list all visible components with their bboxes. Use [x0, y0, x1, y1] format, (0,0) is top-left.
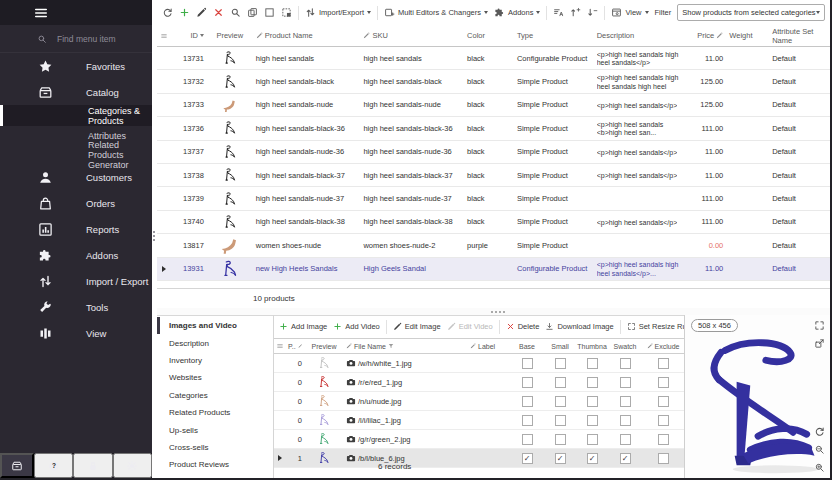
help-button[interactable] [34, 453, 73, 478]
sidebar-search[interactable]: Find menu item [0, 25, 152, 53]
sidebar-subitem-related-products-generator[interactable]: Related Products Generator [0, 145, 152, 164]
column-header-swatch[interactable]: Swatch [608, 343, 642, 350]
sidebar-item-favorites[interactable]: Favorites [0, 53, 152, 79]
copy-button[interactable] [247, 7, 258, 18]
swatch-checkbox[interactable] [620, 415, 631, 426]
column-header-type[interactable]: Type [514, 31, 594, 40]
fit-image-button[interactable] [814, 320, 825, 331]
swatch-checkbox[interactable] [620, 396, 631, 407]
excl-checkbox[interactable] [658, 434, 669, 445]
tab-categories[interactable]: Categories [157, 387, 273, 404]
column-header-id[interactable]: ID [171, 31, 207, 40]
column-header-thumbna[interactable]: Thumbna [576, 343, 608, 350]
product-row[interactable]: 13740high heel sandals-black-38high heel… [157, 211, 830, 234]
edit-image-button[interactable]: Edit Image [393, 322, 441, 331]
sidebar-item-tools[interactable]: Tools [0, 294, 152, 320]
excl-checkbox[interactable] [658, 377, 669, 388]
product-row[interactable]: 13737high heel sandals-nude-36high heel … [157, 141, 830, 164]
thumb-checkbox[interactable] [587, 396, 598, 407]
product-row[interactable]: 13931new High Heels SandalsHigh Geels Sa… [157, 258, 830, 281]
column-header-file-name[interactable]: File Name [344, 343, 468, 350]
sidebar-subitem-categories-products[interactable]: Categories & Products [0, 105, 152, 126]
sort-settings-button[interactable] [553, 7, 564, 18]
column-header-preview[interactable]: Preview [304, 343, 344, 350]
expand-rows-button[interactable] [570, 7, 581, 18]
tab-websites[interactable]: Websites [157, 369, 273, 386]
sidebar-item-view[interactable]: View [0, 320, 152, 346]
column-header-description[interactable]: Description [594, 31, 689, 40]
paste-special-button[interactable] [281, 7, 292, 18]
column-header-small[interactable]: Small [544, 343, 576, 350]
zoom-out-button[interactable] [814, 444, 825, 455]
thumb-checkbox[interactable] [587, 377, 598, 388]
column-header-sku[interactable]: SKU [360, 31, 464, 40]
addons-button[interactable]: Addons [494, 7, 540, 18]
settings-button[interactable] [113, 453, 152, 478]
base-checkbox[interactable] [522, 377, 533, 388]
hamburger-menu-button[interactable] [34, 6, 48, 20]
column-header-color[interactable]: Color [464, 31, 514, 40]
small-checkbox[interactable] [555, 377, 566, 388]
small-checkbox[interactable] [555, 415, 566, 426]
column-header-price[interactable]: Price [688, 31, 726, 40]
base-checkbox[interactable] [522, 434, 533, 445]
edit-product-button[interactable] [196, 7, 207, 18]
small-checkbox[interactable] [555, 396, 566, 407]
tab-cross-sells[interactable]: Cross-sells [157, 439, 273, 456]
tab-up-sells[interactable]: Up-sells [157, 421, 273, 438]
column-header-p[interactable]: P.. [286, 343, 304, 350]
lock-button[interactable] [73, 453, 112, 478]
swatch-checkbox[interactable] [620, 377, 631, 388]
excl-checkbox[interactable] [658, 415, 669, 426]
product-row[interactable]: 13732high heel sandals-blackhigh heel sa… [157, 70, 830, 93]
small-checkbox[interactable] [555, 358, 566, 369]
download-image-button[interactable]: Download Image [545, 322, 613, 331]
view-button[interactable]: View [611, 7, 648, 18]
tab-description[interactable]: Description [157, 334, 273, 351]
import-export-button[interactable]: Import/Export [305, 7, 371, 18]
edit-video-button[interactable]: Edit Video [447, 322, 493, 331]
base-checkbox[interactable] [522, 396, 533, 407]
column-header-attribute-set-name[interactable]: Attribute Set Name [762, 27, 830, 45]
collapse-rows-button[interactable] [587, 7, 598, 18]
filter-select[interactable]: Show products from selected categories [677, 4, 824, 21]
base-checkbox[interactable] [522, 358, 533, 369]
add-image-button[interactable]: Add Image [279, 322, 327, 331]
tab-images-and-video[interactable]: Images and Video [157, 317, 273, 334]
base-checkbox[interactable] [522, 415, 533, 426]
sidebar-item-addons[interactable]: Addons [0, 242, 152, 268]
column-header-product-name[interactable]: Product Name [253, 31, 361, 40]
add-product-button[interactable] [179, 7, 190, 18]
sidebar-item-reports[interactable]: Reports [0, 216, 152, 242]
image-row[interactable]: 0/w/h/white_1.jpg [274, 354, 684, 373]
product-row[interactable]: 13736high heel sandals-black-36high heel… [157, 117, 830, 140]
thumb-checkbox[interactable] [587, 415, 598, 426]
small-checkbox[interactable] [555, 434, 566, 445]
column-header-label[interactable]: Label [468, 343, 510, 350]
catalog-mode-button[interactable] [0, 453, 34, 478]
swatch-checkbox[interactable] [620, 358, 631, 369]
search-products-button[interactable] [230, 7, 241, 18]
product-row[interactable]: 13733high heel sandals-nudehigh heel san… [157, 94, 830, 117]
column-header-preview[interactable]: Preview [207, 31, 253, 40]
thumb-checkbox[interactable] [587, 358, 598, 369]
tab-related-products[interactable]: Related Products [157, 404, 273, 421]
product-row[interactable]: 13817women shoes-nudewomen shoes-nude-2p… [157, 234, 830, 257]
add-video-button[interactable]: Add Video [333, 322, 379, 331]
paste-button[interactable] [264, 7, 275, 18]
rotate-image-button[interactable] [814, 426, 825, 437]
product-row[interactable]: 13738high heel sandals-black-37high heel… [157, 164, 830, 187]
refresh-button[interactable] [162, 7, 173, 18]
column-header-base[interactable]: Base [510, 343, 544, 350]
sidebar-item-import-export[interactable]: Import / Export [0, 268, 152, 294]
swatch-checkbox[interactable] [620, 434, 631, 445]
image-row[interactable]: 0/r/e/red_1.jpg [274, 373, 684, 392]
delete-image-button[interactable]: Delete [506, 322, 540, 331]
delete-product-button[interactable] [213, 7, 224, 18]
column-header-exclude[interactable]: Exclude [642, 343, 684, 350]
excl-checkbox[interactable] [658, 396, 669, 407]
product-row[interactable]: 13731high heel sandalshigh heel sandalsb… [157, 47, 830, 70]
zoom-in-button[interactable] [814, 462, 825, 473]
column-header-weight[interactable]: Weight [726, 31, 762, 40]
thumb-checkbox[interactable] [587, 434, 598, 445]
